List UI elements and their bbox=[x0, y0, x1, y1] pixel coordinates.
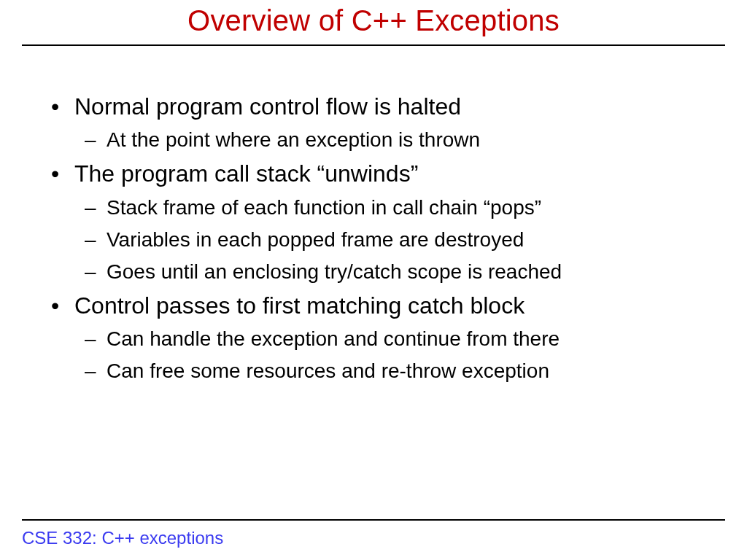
slide-body: Normal program control flow is halted At… bbox=[0, 46, 747, 386]
sub-list: At the point where an exception is throw… bbox=[74, 125, 703, 155]
divider-bottom bbox=[22, 519, 725, 521]
bullet-text: Variables in each popped frame are destr… bbox=[107, 228, 524, 251]
footer-text: CSE 332: C++ exceptions bbox=[22, 528, 725, 548]
bullet-text: Can free some resources and re-throw exc… bbox=[107, 359, 549, 382]
bullet-text: Can handle the exception and continue fr… bbox=[107, 327, 560, 350]
sub-list: Stack frame of each function in call cha… bbox=[74, 192, 703, 287]
list-item: Variables in each popped frame are destr… bbox=[74, 225, 703, 255]
footer: CSE 332: C++ exceptions bbox=[22, 519, 725, 548]
list-item: At the point where an exception is throw… bbox=[74, 125, 703, 155]
bullet-text: Goes until an enclosing try/catch scope … bbox=[107, 260, 562, 283]
bullet-text: The program call stack “unwinds” bbox=[74, 160, 418, 187]
bullet-text: At the point where an exception is throw… bbox=[107, 128, 480, 151]
bullet-list: Normal program control flow is halted At… bbox=[44, 90, 703, 386]
list-item: Goes until an enclosing try/catch scope … bbox=[74, 257, 703, 287]
list-item: Can handle the exception and continue fr… bbox=[74, 324, 703, 354]
bullet-text: Control passes to first matching catch b… bbox=[74, 292, 525, 319]
bullet-text: Stack frame of each function in call cha… bbox=[107, 196, 541, 219]
list-item: Normal program control flow is halted At… bbox=[44, 90, 703, 155]
list-item: The program call stack “unwinds” Stack f… bbox=[44, 157, 703, 287]
slide-title: Overview of C++ Exceptions bbox=[0, 0, 747, 42]
list-item: Stack frame of each function in call cha… bbox=[74, 192, 703, 223]
sub-list: Can handle the exception and continue fr… bbox=[74, 324, 703, 386]
slide: Overview of C++ Exceptions Normal progra… bbox=[0, 0, 747, 560]
list-item: Can free some resources and re-throw exc… bbox=[74, 356, 703, 386]
list-item: Control passes to first matching catch b… bbox=[44, 289, 703, 386]
bullet-text: Normal program control flow is halted bbox=[74, 93, 461, 120]
